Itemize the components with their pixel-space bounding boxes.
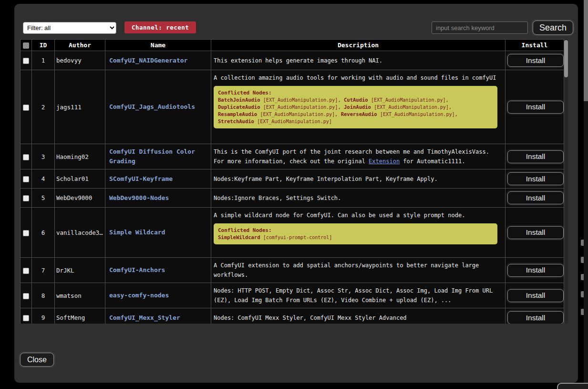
conflicted-nodes-title: Conflicted Nodes: [218,89,493,96]
extension-name-link[interactable]: WebDev9000-Nodes [109,194,169,201]
conflicted-nodes-title: Conflicted Nodes: [218,227,493,234]
close-button[interactable]: Close [20,353,54,367]
row-description: A simple wildcard node for ComfyUI. Can … [211,208,505,258]
row-author: jags111 [55,70,105,144]
table-row: 1 bedovyy ComfyUI_NAIDGenerator This ext… [21,51,564,70]
row-author: SoftMeng [55,308,105,324]
install-button[interactable]: Install [507,150,564,163]
conflict-node-source: [EXT_AudioManipulation.py] [374,105,449,110]
extension-name-link[interactable]: ComfyUI_Mexx_Styler [109,314,180,321]
conflicted-nodes-box: Conflicted Nodes: BatchJoinAudio [EXT_Au… [214,86,497,128]
install-button[interactable]: Install [507,172,564,185]
row-checkbox[interactable] [23,58,29,64]
select-all-header [21,40,32,51]
row-description: Nodes:Keyframe Part, Keyframe Interpolat… [211,169,505,189]
page-scrollbar-thumb[interactable] [584,0,588,101]
install-button[interactable]: Install [507,289,564,302]
row-author: bedovyy [55,51,105,70]
custom-nodes-install-dialog: Filter: all Channel: recent Search ID Au… [14,4,578,383]
background-ui-fragment [581,274,584,280]
conflict-item: CutAudio [EXT_AudioManipulation.py] [344,97,449,103]
conflict-node-name: ResampleAudio [218,111,257,117]
row-checkbox[interactable] [23,315,29,321]
table-scrollbar[interactable] [564,39,568,324]
channel-badge: Channel: recent [124,21,196,33]
row-id: 5 [32,189,55,208]
install-button[interactable]: Install [507,101,564,114]
table-row: 2 jags111 ComfyUI_Jags_Audiotools A coll… [21,70,564,144]
row-description: This extension helps generate images thr… [211,51,505,70]
row-description: Nodes:Ignore Braces, Settings Switch. [211,189,505,208]
extension-name-link[interactable]: Simple Wildcard [109,229,165,236]
row-id: 1 [32,51,55,70]
conflict-item: BatchJoinAudio [EXT_AudioManipulation.py… [218,97,344,103]
row-id: 6 [32,208,55,258]
install-button[interactable]: Install [507,54,564,67]
row-checkbox[interactable] [23,230,29,236]
extension-name-link[interactable]: ComfyUI_NAIDGenerator [109,57,187,64]
column-header-name: Name [105,40,211,51]
table-row: 9 SoftMeng ComfyUI_Mexx_Styler Nodes: Co… [21,308,564,324]
row-checkbox[interactable] [23,154,29,160]
install-button[interactable]: Install [507,226,564,239]
row-id: 8 [32,283,55,308]
conflict-item: ResampleAudio [EXT_AudioManipulation.py] [218,111,341,117]
conflict-node-name: JoinAudio [344,104,371,110]
extension-name-link[interactable]: SComfyUI-Keyframe [109,175,173,182]
row-author: Scholar01 [55,169,105,189]
custom-nodes-table: ID Author Name Description Install 1 bed… [20,39,564,324]
extension-name-link[interactable]: easy-comfy-nodes [109,292,169,299]
conflict-node-source: [EXT_AudioManipulation.py] [380,112,455,117]
row-description: This is the ComfyUI port of the joint re… [211,144,505,169]
table-scrollbar-thumb[interactable] [564,40,568,77]
conflict-node-source: [EXT_AudioManipulation.py] [263,105,338,110]
conflict-node-source: [EXT_AudioManipulation.py] [260,112,335,117]
search-button[interactable]: Search [533,21,573,35]
row-checkbox[interactable] [23,195,29,201]
conflict-node-name: BatchJoinAudio [218,97,260,103]
filter-select[interactable]: Filter: all [23,22,116,34]
row-id: 7 [32,258,55,283]
install-button[interactable]: Install [507,311,564,324]
conflict-node-name: ReverseAudio [341,111,377,117]
row-checkbox[interactable] [23,176,29,182]
conflict-node-name: StretchAudio [218,118,254,124]
row-checkbox[interactable] [23,268,29,274]
description-text: A collection amazing audio tools for wor… [214,73,497,83]
extension-name-link[interactable]: ComfyUI Diffusion Color Grading [109,148,195,165]
extension-link[interactable]: Extension [369,158,400,165]
row-id: 3 [32,144,55,169]
table-row: 7 DrJKL ComfyUI-Anchors A ComfyUI extens… [21,258,564,283]
row-id: 9 [32,308,55,324]
row-author: Haoming02 [55,144,105,169]
row-author: DrJKL [55,258,105,283]
row-description: A collection amazing audio tools for wor… [211,70,505,144]
conflict-item: DuplicateAudio [EXT_AudioManipulation.py… [218,104,344,110]
page-scrollbar[interactable] [584,0,588,389]
row-author: wmatson [55,283,105,308]
conflict-node-source: [EXT_AudioManipulation.py] [371,97,446,103]
install-button[interactable]: Install [507,191,564,204]
table-row: 3 Haoming02 ComfyUI Diffusion Color Grad… [21,144,564,169]
column-header-author: Author [55,40,105,51]
row-description: Nodes: ComfyUI Mexx Styler, ComfyUI Mexx… [211,308,505,324]
row-checkbox[interactable] [23,293,29,299]
column-header-install: Install [505,40,564,51]
conflict-node-name: SimpleWildcard [218,234,260,240]
row-description: A ComfyUI extension to add spatial ancho… [211,258,505,283]
table-row: 8 wmatson easy-comfy-nodes Nodes: HTTP P… [21,283,564,308]
select-all-checkbox[interactable] [23,42,29,49]
background-ui-fragment [581,291,584,297]
conflict-node-source: [EXT_AudioManipulation.py] [257,119,332,124]
extension-name-link[interactable]: ComfyUI_Jags_Audiotools [109,103,195,110]
row-id: 2 [32,70,55,144]
extension-name-link[interactable]: ComfyUI-Anchors [109,266,165,273]
conflict-node-source: [EXT_AudioManipulation.py] [263,97,338,103]
row-checkbox[interactable] [23,105,29,111]
conflict-node-name: DuplicateAudio [218,104,260,110]
search-input[interactable] [432,21,528,34]
background-ui-fragment [581,257,584,263]
background-partial-button [557,383,588,389]
conflict-item: JoinAudio [EXT_AudioManipulation.py] [344,104,452,110]
install-button[interactable]: Install [507,264,564,277]
